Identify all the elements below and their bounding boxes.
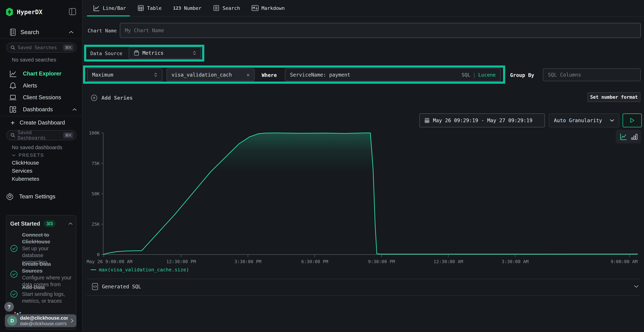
aggregation-select[interactable]: Maximum xyxy=(87,68,162,81)
avatar: D xyxy=(7,316,17,326)
tab-search[interactable]: Search xyxy=(213,5,240,12)
group-by-input[interactable]: SQL Columns xyxy=(543,68,640,81)
search-section-icon xyxy=(9,28,16,36)
tab-table[interactable]: Table xyxy=(138,5,162,12)
legend-swatch xyxy=(91,270,96,270)
bell-icon xyxy=(9,82,17,90)
chevron-right-icon xyxy=(71,318,74,323)
svg-text:100K: 100K xyxy=(89,130,100,136)
tab-label: Table xyxy=(147,5,162,11)
chevron-down-icon xyxy=(12,154,16,156)
task-title: Add Data xyxy=(22,284,45,290)
sidebar-item-chart-explorer[interactable]: Chart Explorer xyxy=(9,70,77,78)
tab-line-bar[interactable]: Line/Bar xyxy=(93,4,126,12)
line-chart-icon xyxy=(9,70,17,78)
chevron-down-icon[interactable] xyxy=(634,285,639,288)
svg-text:50K: 50K xyxy=(92,191,100,196)
chart-legend[interactable]: max(visa_validation_cache.size) xyxy=(91,267,189,272)
presets-header[interactable]: PRESETS xyxy=(12,152,44,158)
where-input[interactable]: ServiceName: payment SQL | Lucene xyxy=(285,68,501,81)
tab-markdown[interactable]: Markdown xyxy=(252,5,285,11)
tab-number[interactable]: 123 Number xyxy=(173,5,202,11)
run-query-button[interactable] xyxy=(622,114,642,127)
chevron-down-icon xyxy=(610,119,614,122)
brand: HyperDX xyxy=(5,8,42,16)
markdown-icon xyxy=(252,5,259,11)
add-series-label: Add Series xyxy=(102,95,133,101)
sidebar-item-client-sessions[interactable]: Client Sessions xyxy=(9,94,77,102)
search-list-icon xyxy=(213,5,220,12)
search-icon xyxy=(10,45,15,50)
saved-dashboards-input[interactable]: Saved Dashboards ⌘K xyxy=(6,130,76,140)
generated-sql-toggle[interactable]: Generated SQL xyxy=(92,283,141,290)
sql-mode-toggle[interactable]: SQL xyxy=(462,72,470,78)
svg-text:9:30:00 PM: 9:30:00 PM xyxy=(368,259,395,264)
user-team: dale@clickhouse.com's xyxy=(20,321,68,326)
get-started-item[interactable]: Add DataStart sending logs, metrics, or … xyxy=(10,284,72,304)
set-number-format-button[interactable]: Set number format xyxy=(588,92,640,102)
tab-label: Search xyxy=(222,5,240,11)
date-range-picker[interactable]: May 26 09:29:19 - May 27 09:29:19 xyxy=(419,114,545,127)
chevron-up-icon xyxy=(72,108,77,111)
sidebar-item-services[interactable]: Services xyxy=(12,168,32,174)
svg-text:3:30:00 AM: 3:30:00 AM xyxy=(502,259,528,264)
sidebar-item-kubernetes[interactable]: Kubernetes xyxy=(12,176,39,182)
sidebar-item-clickhouse[interactable]: ClickHouse xyxy=(12,160,39,166)
get-started-header[interactable]: Get Started 3/3 xyxy=(10,220,73,227)
collapse-sidebar-icon[interactable] xyxy=(69,8,76,16)
check-circle-icon xyxy=(10,270,18,278)
where-value: ServiceName: payment xyxy=(290,72,350,78)
sidebar-item-dashboards[interactable]: Dashboards xyxy=(9,106,77,114)
chevron-up-icon xyxy=(69,31,74,34)
timeseries-chart[interactable]: 025K50K75K100KMay 26 9:00:00 AM12:30:00 … xyxy=(83,128,644,268)
divider xyxy=(86,295,640,296)
metric-chip-label: visa_validation_cach xyxy=(172,72,232,78)
saved-searches-input[interactable]: Saved Searches ⌘K xyxy=(6,42,76,52)
presets-header-label: PRESETS xyxy=(18,152,44,158)
divider xyxy=(0,38,82,38)
no-saved-dashboards-note: No saved dashboards xyxy=(12,144,62,150)
sidebar-item-alerts[interactable]: Alerts xyxy=(9,82,77,90)
svg-text:12:30:00 AM: 12:30:00 AM xyxy=(434,259,463,264)
team-settings-label: Team Settings xyxy=(19,193,56,200)
create-dashboard-label: Create Dashboard xyxy=(20,120,65,126)
sidebar-item-team-settings[interactable]: Team Settings xyxy=(6,192,56,200)
select-arrows-icon xyxy=(154,73,157,77)
nav-label: Dashboards xyxy=(23,106,53,113)
plus-icon: + xyxy=(11,120,15,126)
create-dashboard-button[interactable]: + Create Dashboard xyxy=(11,120,65,126)
tab-label: Markdown xyxy=(262,5,285,11)
help-button[interactable]: ? xyxy=(4,302,14,312)
divider xyxy=(0,116,82,116)
shortcut-badge: ⌘K xyxy=(63,44,74,51)
play-icon xyxy=(630,118,634,123)
toggle-separator: | xyxy=(473,72,476,78)
add-series-button[interactable]: Add Series xyxy=(91,94,133,101)
chart-name-input[interactable]: My Chart Name xyxy=(120,23,641,38)
database-icon xyxy=(134,50,139,56)
user-menu[interactable]: D dale@clickhouse.com dale@clickhouse.co… xyxy=(5,314,76,327)
where-label: Where xyxy=(262,72,277,78)
chevron-up-icon[interactable] xyxy=(68,222,73,225)
granularity-value: Auto Granularity xyxy=(554,118,602,124)
svg-text:25K: 25K xyxy=(92,222,100,227)
view-tabbar: Line/Bar Table 123 Number Search Markdow… xyxy=(83,0,644,16)
calendar-icon xyxy=(424,118,430,123)
hyperdx-logo-icon xyxy=(5,8,14,16)
legend-label: max(visa_validation_cache.size) xyxy=(99,267,189,272)
close-icon[interactable]: ✕ xyxy=(246,72,250,78)
sidebar-section-search[interactable]: Search xyxy=(9,28,74,36)
get-started-item[interactable]: Connect to ClickHouseSet up your databas… xyxy=(10,232,72,266)
data-source-select[interactable]: Metrics xyxy=(129,47,201,59)
data-source-label: Data Source xyxy=(90,50,122,56)
granularity-select[interactable]: Auto Granularity xyxy=(549,114,619,127)
laptop-icon xyxy=(9,94,17,102)
svg-text:75K: 75K xyxy=(92,161,100,166)
search-icon xyxy=(10,133,15,138)
metric-chip[interactable]: visa_validation_cach ✕ xyxy=(166,68,254,81)
data-source-value: Metrics xyxy=(142,50,164,56)
lucene-mode-toggle[interactable]: Lucene xyxy=(478,72,496,78)
chart-name-placeholder: My Chart Name xyxy=(125,28,164,34)
svg-text:0: 0 xyxy=(97,252,100,257)
table-icon xyxy=(138,5,144,12)
